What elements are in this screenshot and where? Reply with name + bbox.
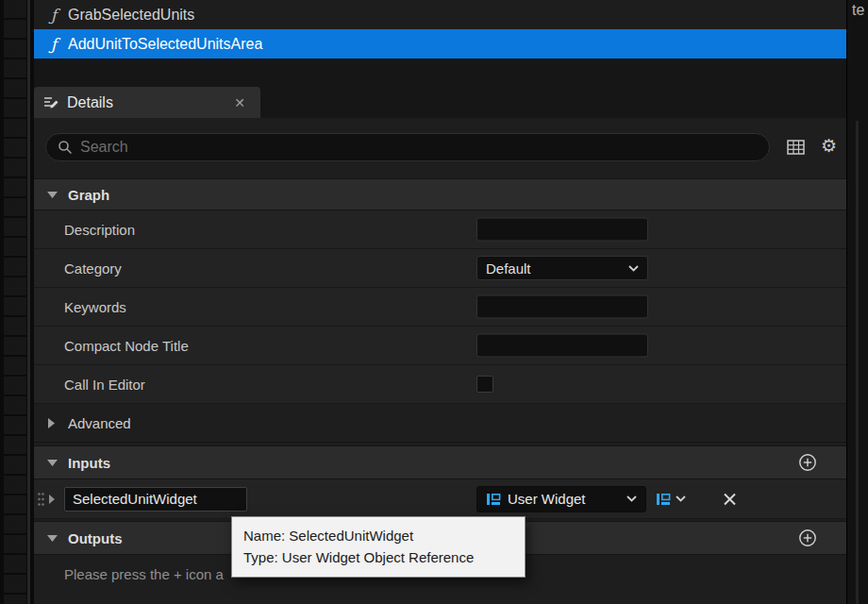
add-output-button[interactable] bbox=[798, 528, 817, 547]
chevron-down-icon bbox=[676, 495, 686, 502]
drag-handle-icon[interactable] bbox=[37, 491, 45, 507]
right-panel-edge bbox=[846, 0, 868, 604]
scrollbar[interactable] bbox=[856, 121, 859, 604]
description-input[interactable] bbox=[476, 218, 648, 242]
tab-details[interactable]: Details ✕ bbox=[34, 87, 260, 118]
chevron-down-icon bbox=[47, 460, 58, 466]
function-row-grabselectedunits[interactable]: ƒ GrabSelectedUnits bbox=[34, 0, 846, 29]
property-matrix-icon[interactable] bbox=[787, 140, 805, 155]
tab-label: Details bbox=[67, 94, 228, 111]
param-type-dropdown[interactable]: User Widget bbox=[476, 486, 646, 512]
category-dropdown[interactable]: Default bbox=[476, 256, 648, 280]
section-header-graph[interactable]: Graph bbox=[34, 178, 846, 210]
tooltip-type-line: Type: User Widget Object Reference bbox=[243, 547, 513, 569]
param-name-input[interactable] bbox=[64, 487, 247, 512]
chevron-down-icon bbox=[626, 495, 637, 502]
category-value: Default bbox=[486, 260, 628, 277]
remove-param-icon[interactable] bbox=[723, 492, 737, 506]
property-label: Compact Node Title bbox=[64, 338, 189, 354]
left-panel-edge bbox=[0, 0, 34, 604]
function-row-addunittoselectedunitsarea[interactable]: ƒ AddUnitToSelectedUnitsArea bbox=[34, 29, 846, 59]
property-row-category: Category Default bbox=[34, 249, 846, 288]
container-type-selector[interactable] bbox=[656, 492, 686, 507]
section-header-inputs[interactable]: Inputs bbox=[34, 445, 846, 479]
param-type-value: User Widget bbox=[508, 491, 626, 507]
property-label: Keywords bbox=[64, 299, 126, 315]
search-icon bbox=[58, 140, 73, 155]
search-field[interactable] bbox=[45, 133, 770, 161]
chevron-down-icon bbox=[47, 192, 58, 198]
section-label: Advanced bbox=[68, 415, 131, 431]
section-label: Outputs bbox=[68, 530, 123, 546]
left-panel-divider bbox=[27, 0, 30, 604]
property-row-description: Description bbox=[34, 210, 846, 249]
chevron-down-icon bbox=[628, 265, 639, 272]
function-icon: ƒ bbox=[43, 6, 64, 25]
details-icon bbox=[43, 94, 59, 110]
close-icon[interactable]: ✕ bbox=[228, 93, 251, 112]
input-param-row: User Widget bbox=[34, 479, 846, 519]
property-label: Category bbox=[64, 260, 122, 277]
user-widget-icon bbox=[486, 492, 501, 507]
user-widget-icon bbox=[656, 492, 671, 507]
clipped-neighbor-text: te bbox=[852, 2, 864, 19]
expand-param-icon[interactable] bbox=[49, 495, 55, 504]
property-label: Call In Editor bbox=[64, 377, 145, 393]
property-row-keywords: Keywords bbox=[34, 288, 846, 327]
chevron-down-icon bbox=[47, 535, 58, 542]
add-input-button[interactable] bbox=[798, 453, 817, 472]
section-header-advanced[interactable]: Advanced bbox=[34, 404, 846, 443]
tooltip: Name: SelectedUnitWidget Type: User Widg… bbox=[231, 516, 526, 578]
function-icon: ƒ bbox=[43, 35, 64, 54]
function-label: GrabSelectedUnits bbox=[68, 7, 194, 24]
call-in-editor-checkbox[interactable] bbox=[476, 376, 493, 393]
property-label: Description bbox=[64, 222, 135, 238]
compact-node-title-input[interactable] bbox=[476, 334, 648, 358]
section-label: Graph bbox=[68, 187, 109, 203]
property-row-compact-node-title: Compact Node Title bbox=[34, 327, 846, 365]
property-row-call-in-editor: Call In Editor bbox=[34, 365, 846, 404]
settings-gear-icon[interactable]: ⚙ bbox=[821, 137, 837, 155]
blueprint-editor-screen: ƒ GrabSelectedUnits ƒ AddUnitToSelectedU… bbox=[0, 0, 868, 604]
outputs-hint-text: Please press the + icon a bbox=[64, 566, 224, 582]
function-label: AddUnitToSelectedUnitsArea bbox=[68, 36, 262, 53]
left-panel-rows bbox=[4, 0, 26, 604]
graph-properties: Description Category Default Keywords Co… bbox=[34, 210, 846, 404]
search-input[interactable] bbox=[80, 139, 758, 156]
keywords-input[interactable] bbox=[476, 295, 648, 319]
tooltip-name-line: Name: SelectedUnitWidget bbox=[243, 526, 513, 547]
section-label: Inputs bbox=[68, 455, 110, 471]
chevron-right-icon bbox=[48, 418, 58, 428]
